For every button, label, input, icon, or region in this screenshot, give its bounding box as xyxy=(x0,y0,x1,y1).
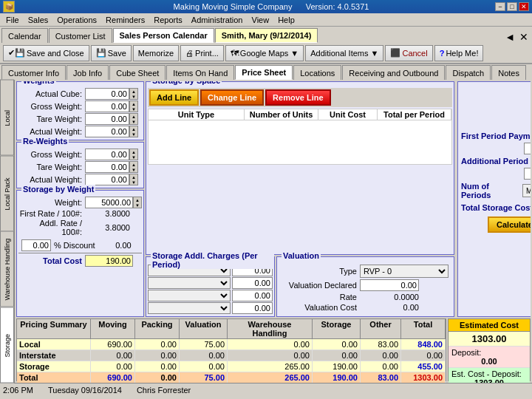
side-tab-local-pack[interactable]: Local Pack xyxy=(0,156,14,232)
addl-charges-group: Storage Addl. Charges (Per Period) xyxy=(146,256,275,317)
menu-operations[interactable]: Operations xyxy=(52,15,101,25)
rw-actual-input[interactable] xyxy=(85,174,129,185)
rw-actual-label: Actual Weight: xyxy=(18,175,85,184)
menu-help[interactable]: Help xyxy=(273,15,299,25)
tab-receiving-outbound[interactable]: Receiving and Outbound xyxy=(342,65,445,80)
gross-weight-input[interactable] xyxy=(85,100,129,112)
minimize-button[interactable]: − xyxy=(495,2,505,11)
rw-gross-input[interactable] xyxy=(85,149,129,160)
pricing-row-interstate: Interstate 0.00 0.00 0.00 0.00 0.00 0.00… xyxy=(17,350,446,361)
side-tab-storage[interactable]: Storage xyxy=(0,307,14,383)
first-period-label: First Period Payment xyxy=(461,132,531,140)
pt-col-packing: Packing xyxy=(135,319,180,338)
addl-period-input[interactable] xyxy=(524,168,531,180)
tare-weight-spin[interactable]: ▲▼ xyxy=(129,113,138,125)
tab-notes[interactable]: Notes xyxy=(491,65,526,80)
est-cost-header: Estimated Cost xyxy=(449,319,530,332)
print-button[interactable]: 🖨 Print... xyxy=(180,45,224,61)
sbw-total-input[interactable]: 190.00 xyxy=(85,255,133,267)
rw-tare-input[interactable] xyxy=(85,161,129,173)
tab-items-on-hand[interactable]: Items On Hand xyxy=(166,65,234,80)
tab-calendar[interactable]: Calendar xyxy=(1,28,48,43)
actual-cube-spin[interactable]: ▲▼ xyxy=(129,88,138,100)
maximize-button[interactable]: □ xyxy=(507,2,517,11)
rw-tare-spin[interactable]: ▲▼ xyxy=(129,161,138,173)
tab-customer-info[interactable]: Customer Info xyxy=(1,65,66,80)
add-line-button[interactable]: Add Line xyxy=(149,89,199,106)
tab-locations[interactable]: Locations xyxy=(293,65,341,80)
val-type-select[interactable]: RVP - 0 xyxy=(360,265,449,278)
charge-value-2[interactable] xyxy=(232,277,273,289)
val-rate-label: Rate xyxy=(279,293,360,301)
sbw-discount-input[interactable] xyxy=(21,239,51,251)
sbw-addl-rate-value: 3.8000 xyxy=(85,223,133,232)
pricing-table: Pricing Summary Moving Packing Valuation… xyxy=(16,318,446,381)
menu-file[interactable]: File xyxy=(1,15,24,25)
map-icon: 🗺 xyxy=(231,49,239,58)
first-period-input[interactable] xyxy=(524,143,531,154)
estimated-cost-panel: Estimated Cost 1303.00 Deposit: 0.00 Est… xyxy=(448,318,531,381)
menu-view[interactable]: View xyxy=(248,15,274,25)
est-ec-minus-d-row: Est. Cost - Deposit: 1303.00 xyxy=(449,368,530,383)
sbw-weight-spin[interactable]: ▲▼ xyxy=(133,197,142,208)
sbw-weight-input[interactable] xyxy=(85,197,133,208)
actual-weight-spin[interactable]: ▲▼ xyxy=(129,126,138,137)
tab-sales-person-calendar[interactable]: Sales Person Calendar xyxy=(113,28,214,43)
additional-items-button[interactable]: Additional Items ▼ xyxy=(305,45,383,61)
periods-unit-select[interactable]: Months xyxy=(522,184,531,197)
pr-total-total: 1303.00 xyxy=(401,372,446,383)
val-declared-input[interactable] xyxy=(360,279,419,291)
save-icon: 💾 xyxy=(96,48,106,58)
sbw-discount-value: 0.00 xyxy=(98,241,132,250)
calculate-price-button[interactable]: Calculate Price xyxy=(488,216,531,233)
weights-label: Weights xyxy=(21,81,56,85)
save-close-button[interactable]: ✔💾 Save and Close xyxy=(3,45,89,61)
pt-col-other: Other xyxy=(361,319,401,338)
menu-sales[interactable]: Sales xyxy=(24,15,53,25)
tab-prev-button[interactable]: ◄ xyxy=(502,31,517,43)
tab-job-info[interactable]: Job Info xyxy=(66,65,109,80)
charge-row-3 xyxy=(148,290,273,301)
status-user: Chris Forrester xyxy=(137,386,191,395)
pricing-row-storage: Storage 0.00 0.00 0.00 265.00 190.00 0.0… xyxy=(17,361,446,372)
charge-value-4[interactable] xyxy=(232,302,273,314)
menu-reports[interactable]: Reports xyxy=(149,15,187,25)
help-button[interactable]: ? Help Me! xyxy=(434,45,484,61)
charge-type-2[interactable] xyxy=(148,277,231,289)
save-button[interactable]: 💾 Save xyxy=(91,45,132,61)
val-cost-row: Valuation Cost 0.00 xyxy=(279,303,452,312)
menu-administration[interactable]: Administration xyxy=(187,15,248,25)
side-tab-warehouse-handling[interactable]: Warehouse Handling xyxy=(0,231,14,307)
side-tab-local[interactable]: Local xyxy=(0,80,14,156)
actual-cube-input[interactable] xyxy=(85,88,129,100)
change-line-button[interactable]: Change Line xyxy=(200,89,264,106)
actual-weight-input[interactable] xyxy=(85,126,129,137)
pt-col-warehouse: Warehouse Handling xyxy=(228,319,313,338)
pr-storage-packing: 0.00 xyxy=(135,361,180,372)
charge-value-3[interactable] xyxy=(232,290,273,301)
rw-gross-spin[interactable]: ▲▼ xyxy=(129,149,138,160)
actual-cube-row: Actual Cube: ▲▼ xyxy=(18,88,142,100)
rw-actual-spin[interactable]: ▲▼ xyxy=(129,174,138,185)
col-unit-type: Unit Type xyxy=(149,109,245,120)
cancel-button[interactable]: ⬛ Cancel xyxy=(385,45,432,61)
pr-storage-storage: 190.00 xyxy=(313,361,361,372)
tab-next-button[interactable]: ✕ xyxy=(517,31,531,43)
pricing-row-total: Total 690.00 0.00 75.00 265.00 190.00 83… xyxy=(17,372,446,383)
google-maps-button[interactable]: 🗺 Google Maps ▼ xyxy=(225,45,304,61)
memorize-button[interactable]: Memorize xyxy=(133,45,179,61)
menu-reminders[interactable]: Reminders xyxy=(101,15,149,25)
tab-smith-mary[interactable]: Smith, Mary (9/12/2014) xyxy=(215,28,318,43)
tab-dispatch[interactable]: Dispatch xyxy=(446,65,491,80)
status-date: Tuesday 09/16/2014 xyxy=(48,386,122,395)
charge-type-4[interactable] xyxy=(148,302,231,314)
tab-cube-sheet[interactable]: Cube Sheet xyxy=(109,65,166,80)
pt-col-total: Total xyxy=(401,319,446,338)
remove-line-button[interactable]: Remove Line xyxy=(265,89,330,106)
tare-weight-input[interactable] xyxy=(85,113,129,125)
tab-price-sheet[interactable]: Price Sheet xyxy=(235,65,293,80)
charge-type-3[interactable] xyxy=(148,290,231,301)
close-button[interactable]: ✕ xyxy=(519,2,529,11)
gross-weight-spin[interactable]: ▲▼ xyxy=(129,100,138,112)
tab-customer-list[interactable]: Customer List xyxy=(49,28,112,43)
